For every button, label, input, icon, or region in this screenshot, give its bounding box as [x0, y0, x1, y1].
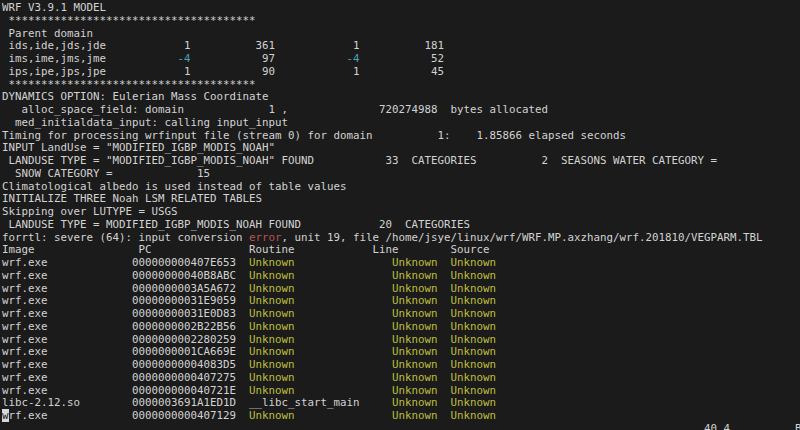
terminal-line: **************************************: [2, 15, 800, 28]
terminal-window[interactable]: WRF V3.9.1 MODEL ***********************…: [0, 0, 800, 430]
terminal-body: WRF V3.9.1 MODEL ***********************…: [2, 2, 800, 430]
terminal-line: 40,4 Bot: [2, 423, 800, 430]
